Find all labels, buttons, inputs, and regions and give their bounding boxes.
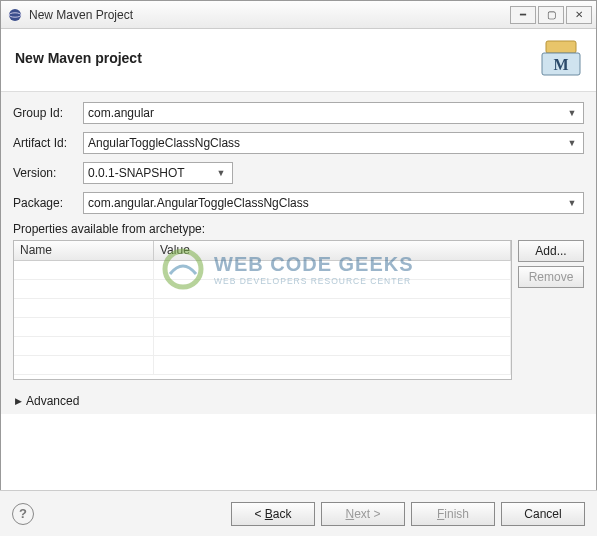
table-row[interactable] bbox=[14, 280, 511, 299]
artifactid-field[interactable]: AngularToggleClassNgClass ▼ bbox=[83, 132, 584, 154]
dropdown-icon[interactable]: ▼ bbox=[565, 198, 579, 208]
window-title: New Maven Project bbox=[29, 8, 510, 22]
version-label: Version: bbox=[13, 166, 83, 180]
maven-banner-icon: M bbox=[540, 39, 582, 77]
table-row[interactable] bbox=[14, 299, 511, 318]
dropdown-icon[interactable]: ▼ bbox=[214, 168, 228, 178]
add-button[interactable]: Add... bbox=[518, 240, 584, 262]
artifactid-label: Artifact Id: bbox=[13, 136, 83, 150]
package-value: com.angular.AngularToggleClassNgClass bbox=[88, 196, 565, 210]
wizard-header: New Maven project M bbox=[1, 29, 596, 92]
minimize-button[interactable]: ━ bbox=[510, 6, 536, 24]
help-icon[interactable]: ? bbox=[12, 503, 34, 525]
svg-text:M: M bbox=[553, 56, 568, 73]
eclipse-icon bbox=[7, 7, 23, 23]
version-value: 0.0.1-SNAPSHOT bbox=[88, 166, 214, 180]
table-row[interactable] bbox=[14, 356, 511, 375]
table-row[interactable] bbox=[14, 337, 511, 356]
cancel-button[interactable]: Cancel bbox=[501, 502, 585, 526]
groupid-value: com.angular bbox=[88, 106, 565, 120]
column-header-name[interactable]: Name bbox=[14, 241, 154, 260]
table-row[interactable] bbox=[14, 318, 511, 337]
next-button[interactable]: Next > bbox=[321, 502, 405, 526]
svg-point-0 bbox=[9, 9, 21, 21]
maximize-button[interactable]: ▢ bbox=[538, 6, 564, 24]
package-field[interactable]: com.angular.AngularToggleClassNgClass ▼ bbox=[83, 192, 584, 214]
advanced-toggle[interactable]: ▶ Advanced bbox=[15, 394, 584, 408]
column-header-value[interactable]: Value bbox=[154, 241, 511, 260]
dropdown-icon[interactable]: ▼ bbox=[565, 108, 579, 118]
form-area: Group Id: com.angular ▼ Artifact Id: Ang… bbox=[1, 92, 596, 414]
version-field[interactable]: 0.0.1-SNAPSHOT ▼ bbox=[83, 162, 233, 184]
properties-table[interactable]: Name Value bbox=[13, 240, 512, 380]
wizard-footer: ? < Back Next > Finish Cancel bbox=[0, 490, 597, 536]
page-title: New Maven project bbox=[15, 50, 540, 66]
back-button[interactable]: < Back bbox=[231, 502, 315, 526]
package-label: Package: bbox=[13, 196, 83, 210]
groupid-label: Group Id: bbox=[13, 106, 83, 120]
table-row[interactable] bbox=[14, 261, 511, 280]
remove-button[interactable]: Remove bbox=[518, 266, 584, 288]
advanced-label: Advanced bbox=[26, 394, 79, 408]
close-button[interactable]: ✕ bbox=[566, 6, 592, 24]
properties-table-body bbox=[14, 261, 511, 375]
artifactid-value: AngularToggleClassNgClass bbox=[88, 136, 565, 150]
expand-icon: ▶ bbox=[15, 396, 22, 406]
groupid-field[interactable]: com.angular ▼ bbox=[83, 102, 584, 124]
properties-section-label: Properties available from archetype: bbox=[13, 222, 584, 236]
dropdown-icon[interactable]: ▼ bbox=[565, 138, 579, 148]
svg-rect-2 bbox=[546, 41, 576, 53]
finish-button[interactable]: Finish bbox=[411, 502, 495, 526]
titlebar: New Maven Project ━ ▢ ✕ bbox=[1, 1, 596, 29]
